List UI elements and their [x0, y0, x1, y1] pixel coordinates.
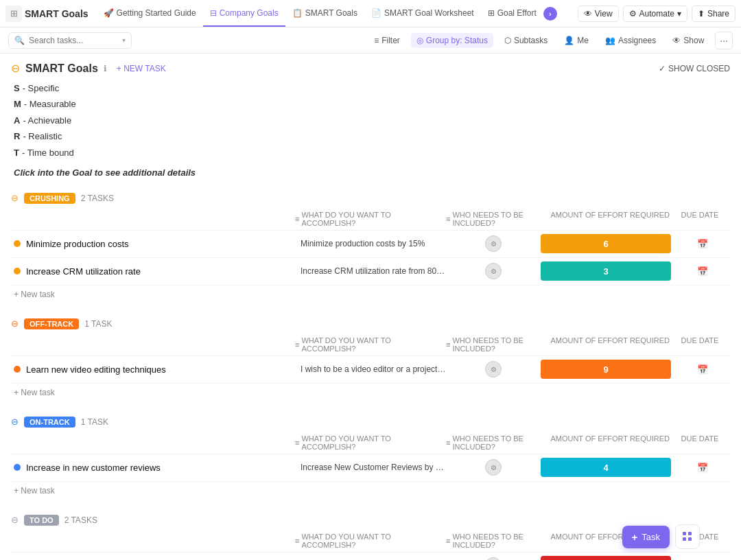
- more-tabs-indicator[interactable]: ›: [543, 7, 557, 21]
- off-track-badge: OFF-TRACK: [24, 318, 79, 329]
- acronym-r: R - Realistic: [14, 128, 730, 144]
- task-name: Minimize production costs: [26, 239, 129, 249]
- tab-smart-goals[interactable]: 📋 SMART Goals: [285, 0, 364, 27]
- show-icon: 👁: [672, 36, 681, 45]
- task-row[interactable]: Learn new video editing techniques I wis…: [11, 356, 730, 384]
- group-icon: ◎: [416, 36, 423, 45]
- task-row[interactable]: Minimize production costs Minimize produ…: [11, 231, 730, 258]
- due-date-cell: 📅: [675, 239, 730, 249]
- acronym-s: S - Specific: [14, 80, 730, 96]
- info-icon[interactable]: ℹ: [104, 64, 107, 73]
- to-do-task-count: 2 TASKS: [64, 515, 97, 525]
- crushing-badge: CRUSHING: [24, 193, 75, 204]
- new-task-fab[interactable]: + Task: [622, 526, 670, 548]
- col-who-td: ≡WHO NEEDS TO BE INCLUDED?: [446, 533, 535, 549]
- effort-cell: 4: [538, 455, 675, 480]
- calendar-icon[interactable]: 📅: [697, 266, 708, 277]
- new-task-button[interactable]: + NEW TASK: [113, 62, 170, 75]
- automate-chevron-icon: ▾: [677, 9, 681, 19]
- task-name-cell: Learn new video editing techniques: [11, 360, 298, 379]
- calendar-icon[interactable]: 📅: [697, 239, 708, 249]
- effort-bar: 3: [541, 261, 671, 281]
- me-icon: 👤: [564, 36, 574, 45]
- task-accomplish: Increase CRM utilization rate from 80 to…: [298, 262, 449, 280]
- effort-bar: 9: [541, 360, 671, 379]
- due-date-cell: 📅: [675, 364, 730, 375]
- tab-goal-effort[interactable]: ⊞ Goal Effort: [481, 0, 543, 27]
- search-box[interactable]: 🔍 ▾: [8, 32, 132, 49]
- calendar-icon[interactable]: 📅: [697, 463, 708, 473]
- page-collapse-icon[interactable]: ⊖: [11, 62, 20, 75]
- task-accomplish: increase net income by 2.5 Million Dolla…: [298, 557, 449, 560]
- col-task-name: [14, 211, 295, 227]
- col-accomplish-crushing: ≡WHAT DO YOU WANT TO ACCOMPLISH?: [295, 211, 446, 227]
- on-track-badge: ON-TRACK: [24, 417, 75, 428]
- page-title: SMART Goals: [25, 62, 98, 75]
- search-icon: 🔍: [14, 36, 25, 45]
- task-row[interactable]: Increase CRM utilization rate Increase C…: [11, 258, 730, 285]
- task-who: ⚙: [449, 456, 538, 478]
- group-crushing-header[interactable]: ⊖ CRUSHING 2 TASKS: [11, 189, 730, 208]
- app-icon-symbol: ⊞: [10, 8, 18, 19]
- tab-icon-getting-started: 🚀: [104, 8, 114, 18]
- tab-company-goals[interactable]: ⊟ Company Goals: [203, 0, 285, 27]
- group-by-button[interactable]: ◎ Group by: Status: [411, 33, 493, 48]
- subtasks-icon: ⬡: [504, 36, 511, 45]
- due-date-cell: 📅: [675, 266, 730, 277]
- group-on-track: ⊖ ON-TRACK 1 TASK ≡WHAT DO YOU WANT TO A…: [11, 412, 730, 500]
- nav-tabs: 🚀 Getting Started Guide ⊟ Company Goals …: [97, 0, 557, 27]
- me-button[interactable]: 👤 Me: [558, 33, 594, 48]
- task-status-dot: [14, 366, 21, 373]
- to-do-collapse-icon: ⊖: [11, 515, 19, 525]
- col-effort-crushing: AMOUNT OF EFFORT REQUIRED: [535, 211, 672, 227]
- show-closed-button[interactable]: ✓ SHOW CLOSED: [659, 64, 730, 73]
- assignees-icon: 👥: [605, 36, 615, 45]
- effort-cell: 10 (high effort): [538, 553, 675, 560]
- show-button[interactable]: 👁 Show: [667, 33, 709, 48]
- col-who-crushing: ≡WHO NEEDS TO BE INCLUDED?: [446, 211, 535, 227]
- task-who: ⚙: [449, 233, 538, 255]
- task-who: ⚙: [449, 358, 538, 380]
- task-name-cell: Increase in new customer reviews: [11, 458, 298, 477]
- group-on-track-header[interactable]: ⊖ ON-TRACK 1 TASK: [11, 412, 730, 432]
- automate-icon: ⚙: [629, 9, 637, 19]
- tab-getting-started[interactable]: 🚀 Getting Started Guide: [97, 0, 203, 27]
- effort-bar: 4: [541, 458, 671, 477]
- task-row[interactable]: Increase in new customer reviews Increas…: [11, 454, 730, 482]
- add-task-crushing[interactable]: + New task: [11, 285, 730, 303]
- effort-cell: 9: [538, 357, 675, 382]
- to-do-badge: TO DO: [24, 515, 59, 526]
- filter-button[interactable]: ≡ Filter: [368, 33, 405, 48]
- grid-icon: [683, 532, 692, 541]
- col-effort-ot: AMOUNT OF EFFORT REQUIRED: [535, 336, 672, 353]
- add-task-on-track[interactable]: + New task: [11, 482, 730, 500]
- acronym-t: T - Time bound: [14, 145, 730, 161]
- task-name: Increase CRM utilization rate: [26, 266, 141, 277]
- grid-view-button[interactable]: [675, 524, 700, 549]
- tab-icon-smart-worksheet: 📄: [371, 8, 381, 18]
- more-options-button[interactable]: ···: [715, 32, 733, 49]
- share-button[interactable]: ⬆ Share: [692, 5, 736, 22]
- col-task-name-on: [14, 434, 295, 451]
- subtasks-button[interactable]: ⬡ Subtasks: [499, 33, 553, 48]
- tab-smart-worksheet[interactable]: 📄 SMART Goal Worksheet: [364, 0, 481, 27]
- group-off-track-header[interactable]: ⊖ OFF-TRACK 1 TASK: [11, 314, 730, 334]
- view-icon: 👁: [584, 9, 592, 19]
- task-who: ⚙: [449, 260, 538, 282]
- view-button[interactable]: 👁 View: [578, 5, 619, 22]
- col-task-name-td: [14, 533, 295, 549]
- toolbar: 🔍 ▾ ≡ Filter ◎ Group by: Status ⬡ Subtas…: [0, 27, 741, 54]
- task-name: Increase in new customer reviews: [26, 463, 161, 473]
- task-status-dot: [14, 464, 21, 471]
- top-nav: ⊞ SMART Goals 🚀 Getting Started Guide ⊟ …: [0, 0, 741, 27]
- search-chevron-icon: ▾: [122, 36, 126, 44]
- add-task-off-track[interactable]: + New task: [11, 384, 730, 401]
- automate-button[interactable]: ⚙ Automate ▾: [623, 5, 687, 22]
- avatar: ⚙: [485, 361, 502, 377]
- task-row[interactable]: Increase this year's net income increase…: [11, 552, 730, 560]
- search-input[interactable]: [29, 36, 118, 45]
- acronym-a: A - Achievable: [14, 113, 730, 128]
- assignees-button[interactable]: 👥 Assignees: [600, 33, 661, 48]
- col-who-on: ≡WHO NEEDS TO BE INCLUDED?: [446, 434, 535, 451]
- calendar-icon[interactable]: 📅: [697, 364, 708, 375]
